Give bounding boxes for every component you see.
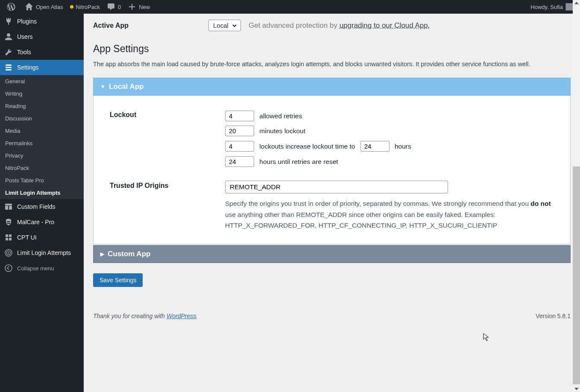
plus-icon [128, 3, 136, 11]
trusted-ip-label: Trusted IP Origins [110, 179, 225, 231]
minutes-lockout-text: minutes lockout [259, 127, 305, 135]
site-home-link[interactable]: Open Atlas [21, 0, 67, 14]
chevron-down-icon: ▼ [100, 84, 105, 90]
site-name: Open Atlas [36, 4, 63, 10]
submenu-writing[interactable]: Writing [0, 88, 84, 100]
submenu-general[interactable]: General [0, 75, 84, 88]
chevron-right-icon: ▶ [100, 251, 104, 257]
submenu-media[interactable]: Media [0, 125, 84, 137]
new-content-link[interactable]: New [124, 0, 153, 14]
trusted-ip-help: Specify the origins you trust in order o… [225, 198, 554, 231]
nitro-dot-icon [70, 5, 73, 9]
shield-icon [4, 218, 13, 226]
active-app-label: Active App [93, 22, 208, 29]
menu-plugins[interactable]: Plugins [0, 14, 84, 29]
nitropack-link[interactable]: NitroPack [67, 0, 103, 14]
wp-logo[interactable] [3, 0, 21, 14]
collapse-icon [4, 264, 13, 272]
submenu-nitropack[interactable]: NitroPack [0, 162, 84, 174]
admin-toolbar: Open Atlas NitroPack 0 New Howdy, Sufia [0, 0, 580, 14]
lockouts-increase-text: lockouts increase lockout time to [259, 143, 355, 150]
svg-point-3 [5, 265, 12, 272]
comment-icon [107, 3, 115, 11]
scroll-down-icon [574, 388, 579, 390]
submenu-privacy[interactable]: Privacy [0, 149, 84, 162]
hours-reset-text: hours until retries are reset [259, 158, 338, 165]
active-app-select[interactable]: Local [208, 20, 241, 31]
scrollbar-thumb[interactable] [573, 167, 580, 384]
section-description: The app absorbs the main load caused by … [93, 60, 571, 69]
submenu-discussion[interactable]: Discussion [0, 112, 84, 125]
version-text: Version 5.8.1 [536, 313, 571, 319]
submenu-reading[interactable]: Reading [0, 100, 84, 112]
svg-point-2 [8, 252, 9, 254]
scroll-up-icon [574, 2, 579, 4]
wordpress-link[interactable]: WordPress [167, 313, 196, 319]
menu-malcare[interactable]: MalCare - Pro [0, 214, 84, 230]
wordpress-icon [7, 3, 15, 11]
minutes-lockout-input[interactable] [225, 126, 254, 136]
custom-app-panel-header[interactable]: ▶ Custom App [93, 245, 571, 263]
home-icon [25, 3, 33, 11]
avatar [565, 3, 573, 11]
wrench-icon [4, 48, 13, 56]
menu-settings[interactable]: Settings [0, 60, 84, 75]
upgrade-link[interactable]: upgrading to our Cloud App. [340, 21, 430, 29]
admin-footer: Thank you for creating with WordPress. V… [93, 313, 571, 319]
radar-icon [4, 249, 13, 257]
section-title: App Settings [93, 43, 571, 55]
user-icon [4, 32, 13, 41]
cursor-pointer-icon [483, 333, 490, 342]
collapse-menu[interactable]: Collapse menu [0, 260, 84, 276]
allowed-retries-input[interactable] [225, 111, 254, 121]
submenu-limit-login[interactable]: Limit Login Attempts [0, 187, 84, 199]
grid-icon [4, 233, 13, 242]
scrollbar[interactable] [573, 0, 580, 392]
settings-submenu: General Writing Reading Discussion Media… [0, 75, 84, 199]
upgrade-text: Get advanced protection by upgrading to … [249, 21, 430, 30]
local-app-panel-body: Lockout allowed retries minutes lockout … [93, 96, 571, 244]
trusted-ip-input[interactable] [225, 181, 448, 193]
menu-limit-login[interactable]: Limit Login Attempts [0, 245, 84, 260]
user-account-link[interactable]: Howdy, Sufia [527, 0, 577, 14]
submenu-permalinks[interactable]: Permalinks [0, 137, 84, 149]
allowed-retries-text: allowed retries [259, 112, 302, 120]
comments-link[interactable]: 0 [103, 0, 124, 14]
lockouts-increase-hours-text: hours [395, 143, 411, 150]
hours-reset-input[interactable] [225, 156, 254, 167]
admin-sidebar: Plugins Users Tools Settings General Wri… [0, 14, 84, 392]
menu-tools[interactable]: Tools [0, 44, 84, 60]
plug-icon [4, 17, 13, 26]
active-app-row: Active App Local Get advanced protection… [93, 14, 571, 39]
menu-custom-fields[interactable]: Custom Fields [0, 199, 84, 214]
menu-users[interactable]: Users [0, 29, 84, 44]
sliders-icon [4, 63, 13, 72]
lockouts-increase-input[interactable] [225, 141, 254, 152]
submenu-posts-table-pro[interactable]: Posts Table Pro [0, 174, 84, 187]
lockout-label: Lockout [110, 108, 225, 170]
local-app-panel-header[interactable]: ▼ Local App [93, 78, 571, 96]
table-icon [4, 202, 13, 211]
menu-cpt-ui[interactable]: CPT UI [0, 230, 84, 245]
save-settings-button[interactable]: Save Settings [93, 273, 143, 287]
lockouts-increase-hours-input[interactable] [360, 141, 390, 152]
main-content: Active App Local Get advanced protection… [84, 14, 580, 392]
